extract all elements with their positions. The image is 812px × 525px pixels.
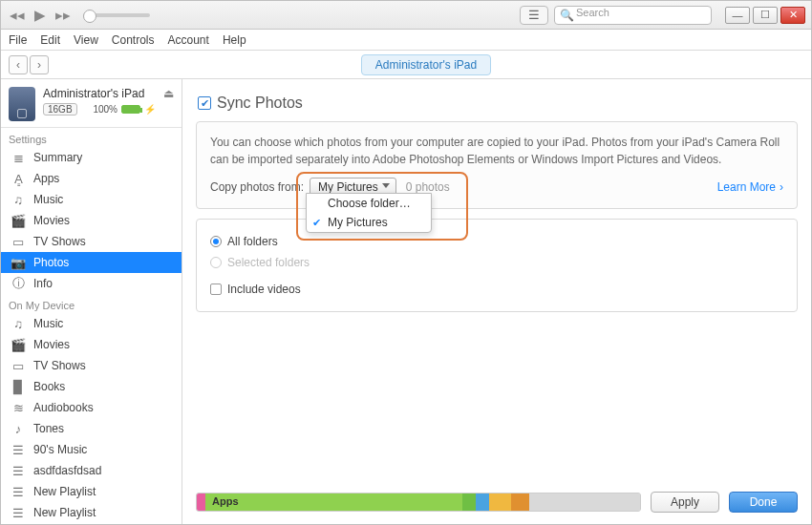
sidebar-device-item-asdfdasfdsad[interactable]: ☰asdfdasfdsad (1, 460, 182, 481)
volume-slider[interactable] (83, 13, 150, 17)
sidebar-item-label: Summary (33, 151, 82, 164)
next-track-button[interactable]: ▸▸ (53, 5, 74, 26)
sidebar-settings-item-summary[interactable]: ≣Summary (1, 147, 182, 168)
sidebar-item-label: Movies (33, 214, 70, 227)
copy-from-dropdown: Choose folder… ✔ My Pictures (306, 193, 432, 233)
nav-back-button[interactable]: ‹ (9, 55, 28, 74)
sidebar-device-item-movies[interactable]: 🎬Movies (1, 334, 182, 355)
sidebar-settings-item-icon: ▭ (11, 235, 26, 249)
play-button[interactable]: ▶ (30, 5, 51, 26)
sidebar-device-item-icon: ☰ (11, 464, 26, 478)
sidebar-settings-item-info[interactable]: ⓘInfo (1, 273, 182, 294)
sidebar-item-label: Music (33, 193, 63, 206)
menu-edit[interactable]: Edit (40, 33, 60, 47)
dropdown-my-pictures[interactable]: ✔ My Pictures (307, 213, 431, 232)
sidebar-item-label: TV Shows (33, 359, 86, 372)
menu-view[interactable]: View (74, 33, 98, 47)
storage-seg-other4 (511, 494, 529, 511)
list-view-button[interactable]: ☰ (520, 6, 548, 25)
sidebar-settings-item-tv-shows[interactable]: ▭TV Shows (1, 231, 182, 252)
sidebar: Administrator's iPad 16GB 100% ⚡ ⏏ Setti… (1, 79, 182, 524)
sidebar-item-label: Info (33, 277, 53, 290)
sidebar-item-label: New Playlist (33, 506, 96, 519)
battery-icon (121, 105, 140, 114)
device-info: Administrator's iPad 16GB 100% ⚡ ⏏ (1, 79, 182, 128)
sidebar-item-label: Movies (33, 338, 70, 351)
menu-help[interactable]: Help (223, 33, 246, 47)
main-area: Administrator's iPad 16GB 100% ⚡ ⏏ Setti… (1, 79, 811, 524)
search-input[interactable]: 🔍 Search (554, 6, 712, 25)
sidebar-device-item-playlist-1[interactable]: ☰playlist 1 (1, 523, 182, 524)
sidebar-device-item-icon: ☰ (11, 485, 26, 499)
chevron-right-icon: › (780, 180, 783, 194)
eject-button[interactable]: ⏏ (163, 87, 174, 100)
search-icon: 🔍 (560, 9, 574, 22)
include-videos-checkbox[interactable] (210, 284, 222, 295)
sidebar-device-item-icon: ≋ (11, 401, 26, 415)
playback-controls: ◂◂ ▶ ▸▸ (7, 5, 74, 26)
sidebar-settings-item-photos[interactable]: 📷Photos (1, 252, 182, 273)
learn-more-label: Learn More (717, 180, 776, 194)
sidebar-item-label: asdfdasfdsad (33, 464, 101, 477)
page-header: ‹ › Administrator's iPad (1, 51, 811, 79)
maximize-button[interactable]: ☐ (753, 7, 778, 24)
sidebar-device-item-icon: ♫ (11, 317, 26, 331)
learn-more-link[interactable]: Learn More › (717, 180, 783, 194)
title-bar: ◂◂ ▶ ▸▸ ☰ 🔍 Search — ☐ ✕ (1, 1, 811, 30)
storage-seg-other1 (462, 494, 476, 511)
capacity-badge: 16GB (43, 103, 77, 116)
search-placeholder: Search (576, 7, 609, 18)
sync-description: You can choose which photos from your co… (210, 134, 783, 168)
device-tab[interactable]: Administrator's iPad (361, 54, 491, 75)
close-button[interactable]: ✕ (780, 7, 805, 24)
sidebar-device-item-icon: ☰ (11, 506, 26, 520)
sidebar-item-label: Tones (33, 422, 64, 435)
menu-file[interactable]: File (9, 33, 27, 47)
selected-folders-label: Selected folders (227, 256, 310, 269)
check-icon: ✔ (312, 217, 321, 229)
sidebar-settings-item-music[interactable]: ♫Music (1, 189, 182, 210)
apply-button[interactable]: Apply (651, 492, 719, 513)
copy-from-panel: You can choose which photos from your co… (196, 121, 798, 209)
menu-controls[interactable]: Controls (112, 33, 155, 47)
sidebar-section-settings: Settings (1, 128, 182, 147)
sidebar-settings-item-icon: A͇ (11, 172, 26, 186)
sidebar-device-item-90-s-music[interactable]: ☰90's Music (1, 439, 182, 460)
sidebar-item-label: New Playlist (33, 485, 96, 498)
sidebar-settings-item-apps[interactable]: A͇Apps (1, 168, 182, 189)
sidebar-settings-item-icon: ⓘ (11, 275, 26, 292)
sidebar-settings-item-icon: 📷 (11, 256, 26, 270)
sidebar-settings-item-movies[interactable]: 🎬Movies (1, 210, 182, 231)
sidebar-device-item-books[interactable]: ▉Books (1, 376, 182, 397)
sidebar-device-item-new-playlist[interactable]: ☰New Playlist (1, 481, 182, 502)
sidebar-device-item-tv-shows[interactable]: ▭TV Shows (1, 355, 182, 376)
sidebar-item-label: Books (33, 380, 65, 393)
copy-from-select-value: My Pictures (318, 180, 378, 194)
charging-icon: ⚡ (144, 104, 156, 115)
done-button[interactable]: Done (729, 492, 798, 513)
menu-account[interactable]: Account (168, 33, 209, 47)
storage-bar: Apps (196, 493, 641, 512)
sidebar-device-item-icon: ♪ (11, 422, 26, 436)
sync-photos-title: Sync Photos (217, 94, 303, 112)
sidebar-device-item-tones[interactable]: ♪Tones (1, 418, 182, 439)
dropdown-option-label: My Pictures (328, 216, 388, 229)
sidebar-device-item-new-playlist[interactable]: ☰New Playlist (1, 502, 182, 523)
all-folders-radio[interactable] (210, 236, 222, 247)
minimize-button[interactable]: — (725, 7, 750, 24)
sidebar-item-label: Music (33, 317, 63, 330)
battery-percent: 100% (93, 104, 118, 115)
dropdown-choose-folder[interactable]: Choose folder… (307, 194, 431, 213)
sidebar-device-item-music[interactable]: ♫Music (1, 313, 182, 334)
prev-track-button[interactable]: ◂◂ (7, 5, 28, 26)
sidebar-item-label: TV Shows (33, 235, 86, 248)
sidebar-device-item-icon: 🎬 (11, 338, 26, 352)
storage-seg-audio (197, 494, 205, 511)
sync-photos-checkbox[interactable]: ✔ (198, 96, 211, 110)
sidebar-settings-item-icon: 🎬 (11, 214, 26, 228)
sidebar-settings-item-icon: ≣ (11, 151, 26, 165)
nav-forward-button[interactable]: › (30, 55, 49, 74)
sidebar-item-label: Photos (33, 256, 69, 269)
sidebar-device-item-audiobooks[interactable]: ≋Audiobooks (1, 397, 182, 418)
folder-options-panel: All folders Selected folders Include vid… (196, 219, 798, 312)
